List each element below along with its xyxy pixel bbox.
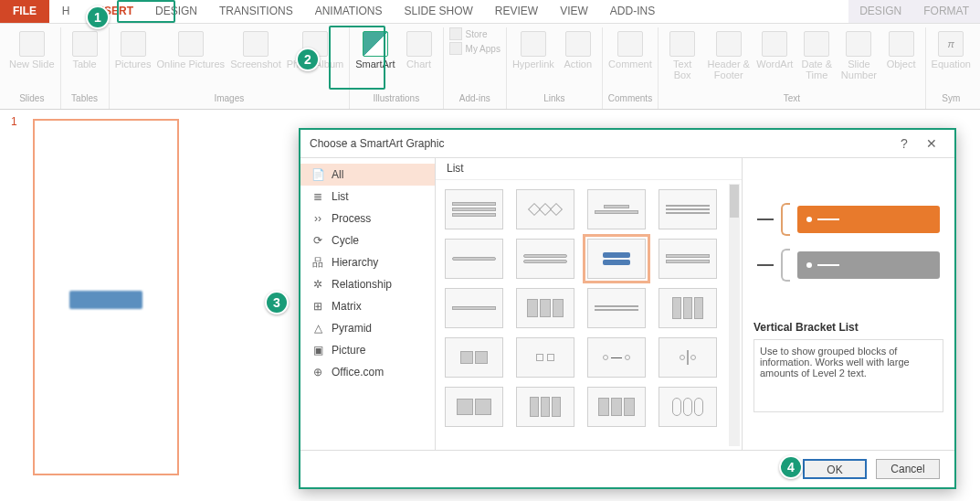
pictures-button[interactable]: Pictures	[115, 27, 152, 69]
ribbon-group-links: Hyperlink Action Links	[507, 27, 603, 109]
textbox-label: Text Box	[664, 59, 701, 80]
gallery-scrollbar[interactable]	[729, 184, 740, 446]
group-label-addins: Add-ins	[459, 93, 490, 108]
group-label-links: Links	[543, 93, 564, 108]
action-icon	[565, 31, 591, 57]
preview-pill-1	[797, 206, 940, 233]
cat-office[interactable]: ⊕Office.com	[300, 361, 435, 383]
chart-icon	[406, 31, 432, 57]
ok-button[interactable]: OK	[803, 459, 867, 479]
screenshot-button[interactable]: Screenshot	[230, 27, 281, 69]
new-slide-button[interactable]: New Slide	[9, 27, 55, 69]
gallery-item[interactable]	[587, 387, 646, 427]
ribbon-group-addins: Store My Apps Add-ins	[444, 27, 507, 109]
dialog-body: 📄All ≣List ››Process ⟳Cycle 品Hierarchy ✲…	[300, 157, 954, 451]
ribbon-group-symbols: πEquation Sym	[926, 27, 976, 109]
hyperlink-icon	[521, 31, 546, 57]
object-label: Object	[887, 59, 916, 69]
myapps-label: My Apps	[466, 44, 501, 54]
datetime-button[interactable]: Date & Time	[798, 27, 835, 80]
gallery-item[interactable]	[516, 189, 574, 229]
cat-pyramid[interactable]: △Pyramid	[300, 317, 435, 339]
tab-addins[interactable]: ADD-INS	[599, 0, 666, 23]
tab-insert[interactable]: INSERT	[82, 0, 144, 23]
gallery-item[interactable]	[516, 239, 574, 279]
object-button[interactable]: Object	[883, 27, 920, 69]
slide-thumbnail[interactable]	[33, 119, 179, 475]
photo-album-icon	[302, 31, 328, 57]
cat-matrix[interactable]: ⊞Matrix	[300, 295, 435, 317]
tab-animations[interactable]: ANIMATIONS	[304, 0, 394, 23]
smartart-icon	[363, 31, 388, 57]
matrix-icon: ⊞	[311, 300, 324, 313]
gallery-item-selected[interactable]	[587, 239, 646, 279]
tab-ctx-design[interactable]: DESIGN	[848, 0, 912, 23]
gallery-item[interactable]	[516, 337, 574, 378]
cat-cycle[interactable]: ⟳Cycle	[300, 229, 435, 251]
equation-icon: π	[938, 31, 964, 57]
hyperlink-button[interactable]: Hyperlink	[512, 27, 554, 69]
wordart-label: WordArt	[756, 59, 793, 69]
slidenumber-button[interactable]: Slide Number	[840, 27, 877, 80]
preview-bracket	[781, 203, 790, 236]
cancel-button[interactable]: Cancel	[876, 459, 940, 479]
gallery-item[interactable]	[587, 189, 646, 229]
myapps-button[interactable]: My Apps	[449, 42, 501, 55]
gallery-item[interactable]	[445, 189, 503, 229]
gallery-grid: —	[445, 189, 732, 427]
tab-ctx-format[interactable]: FORMAT	[912, 0, 980, 23]
gallery-scroll[interactable]: —	[436, 180, 742, 450]
gallery-item[interactable]	[659, 288, 717, 328]
chart-button[interactable]: Chart	[401, 27, 437, 69]
table-button[interactable]: Table	[67, 27, 103, 69]
photo-album-button[interactable]: Photo Album	[287, 27, 343, 69]
cat-process-label: Process	[332, 212, 371, 225]
equation-button[interactable]: πEquation	[932, 27, 971, 69]
tab-review[interactable]: REVIEW	[484, 0, 549, 23]
datetime-icon	[804, 31, 829, 57]
smartart-button[interactable]: SmartArt	[355, 27, 395, 69]
gallery-item[interactable]: —	[587, 337, 646, 378]
online-pictures-button[interactable]: Online Pictures	[157, 27, 226, 69]
gallery-item[interactable]	[516, 288, 574, 328]
comment-button[interactable]: Comment	[608, 27, 652, 69]
wordart-button[interactable]: WordArt	[756, 27, 793, 69]
tab-slideshow[interactable]: SLIDE SHOW	[393, 0, 483, 23]
gallery-item[interactable]	[587, 288, 646, 328]
new-slide-icon	[19, 31, 45, 57]
cat-list[interactable]: ≣List	[300, 186, 435, 208]
cat-picture[interactable]: ▣Picture	[300, 339, 435, 361]
cat-relationship-label: Relationship	[332, 278, 392, 291]
cat-hierarchy[interactable]: 品Hierarchy	[300, 251, 435, 273]
action-button[interactable]: Action	[560, 27, 596, 69]
store-button[interactable]: Store	[449, 27, 501, 40]
tab-view[interactable]: VIEW	[549, 0, 599, 23]
cat-picture-label: Picture	[332, 344, 365, 357]
tab-design[interactable]: DESIGN	[144, 0, 208, 23]
gallery-item[interactable]	[516, 387, 574, 427]
textbox-button[interactable]: Text Box	[664, 27, 701, 80]
close-button[interactable]: ✕	[918, 136, 945, 151]
tab-home[interactable]: H	[49, 0, 82, 23]
textbox-icon	[669, 31, 695, 57]
gallery-item[interactable]	[445, 239, 503, 279]
cat-process[interactable]: ››Process	[300, 208, 435, 229]
gallery-item[interactable]	[659, 189, 717, 229]
gallery-item[interactable]	[659, 337, 717, 378]
pictures-label: Pictures	[115, 59, 152, 69]
tab-transitions[interactable]: TRANSITIONS	[208, 0, 304, 23]
gallery-item[interactable]	[659, 387, 717, 427]
tab-file[interactable]: FILE	[0, 0, 49, 23]
dialog-title: Choose a SmartArt Graphic	[310, 137, 444, 150]
cat-all[interactable]: 📄All	[300, 164, 435, 186]
scrollbar-thumb[interactable]	[730, 185, 739, 218]
gallery-item[interactable]	[445, 288, 503, 328]
gallery-item[interactable]	[445, 337, 503, 378]
smartart-label: SmartArt	[355, 59, 395, 69]
gallery-item[interactable]	[445, 387, 503, 427]
cat-relationship[interactable]: ✲Relationship	[300, 273, 435, 295]
gallery-item[interactable]	[659, 239, 717, 279]
gallery: List —	[436, 158, 743, 450]
header-footer-button[interactable]: Header & Footer	[706, 27, 751, 80]
help-button[interactable]: ?	[890, 136, 918, 151]
